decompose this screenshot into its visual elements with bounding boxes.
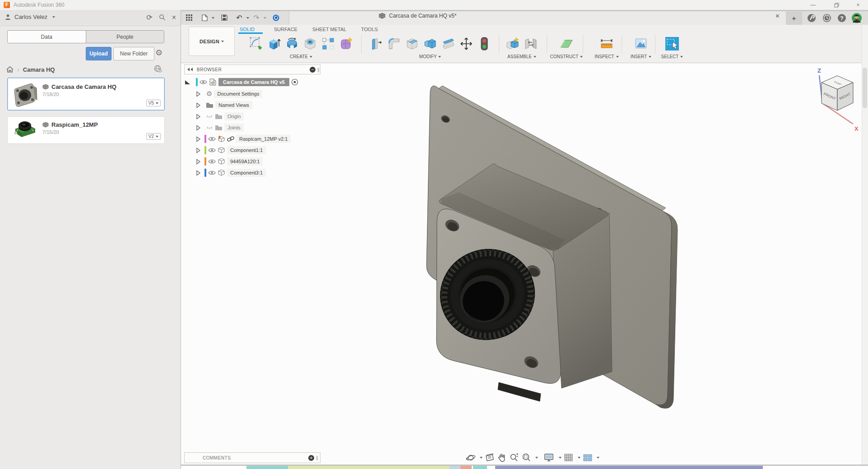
shell-icon[interactable] (403, 34, 421, 54)
file-icon[interactable] (200, 14, 209, 22)
recent-clock-icon[interactable] (822, 14, 831, 23)
display-dropdown-caret[interactable] (559, 457, 562, 459)
expand-arrow-icon[interactable] (195, 136, 201, 142)
pan-icon[interactable] (497, 453, 507, 463)
restore-button[interactable] (826, 0, 846, 10)
extrude-icon[interactable] (265, 34, 283, 54)
split-body-icon[interactable] (439, 34, 457, 54)
eye-icon[interactable] (208, 159, 216, 164)
avatar[interactable] (851, 13, 862, 23)
document-tab-close-icon[interactable]: ✕ (775, 13, 780, 19)
browser-root-row[interactable]: Carcasa de Camara HQ v5 (184, 77, 298, 87)
expand-arrow-icon[interactable] (195, 114, 201, 120)
upload-button[interactable]: Upload (86, 47, 111, 60)
activate-radio-icon[interactable] (291, 78, 298, 86)
eye-icon[interactable] (208, 170, 216, 175)
browser-header[interactable]: BROWSER − ∥ (184, 64, 320, 74)
group-label-inspect[interactable]: INSPECT (594, 54, 618, 59)
search-button[interactable] (159, 14, 166, 21)
eye-icon[interactable] (200, 79, 207, 85)
create-form-icon[interactable] (337, 34, 355, 54)
offset-plane-icon[interactable] (557, 34, 576, 54)
model-camera-housing[interactable] (181, 25, 868, 464)
save-icon[interactable] (220, 14, 229, 22)
tab-sheet-metal[interactable]: SHEET METAL (312, 27, 346, 32)
fit-dropdown-caret[interactable] (535, 457, 538, 459)
minimize-button[interactable]: — (803, 0, 823, 10)
apps-grid-icon[interactable] (185, 14, 194, 22)
joint-icon[interactable] (522, 34, 540, 54)
press-pull-icon[interactable] (367, 34, 385, 54)
panel-settings-gear-icon[interactable]: ⚙ (155, 49, 162, 57)
design-card-raspicam[interactable]: Raspicam_12MP 7/15/20 V2 (7, 116, 165, 144)
node-label[interactable]: Component1:1 (227, 146, 266, 154)
orbit-dropdown-caret[interactable] (480, 457, 483, 459)
new-document-tab[interactable]: + (786, 12, 802, 25)
eye-icon[interactable] (208, 136, 216, 142)
create-sketch-icon[interactable] (247, 34, 265, 54)
group-label-construct[interactable]: CONSTRUCT (550, 54, 583, 59)
eye-hidden-icon[interactable] (206, 125, 213, 130)
comments-drag-handle[interactable]: ∥ (316, 455, 319, 460)
revolve-icon[interactable] (283, 34, 301, 54)
tab-tools[interactable]: TOOLS (361, 27, 378, 32)
group-label-modify[interactable]: MODIFY (419, 54, 441, 59)
root-node-label[interactable]: Carcasa de Camara HQ v5 (218, 78, 289, 86)
redo-icon[interactable]: ↷ (252, 14, 261, 22)
move-copy-icon[interactable] (457, 34, 475, 54)
close-panel-button[interactable]: × (172, 14, 176, 22)
browser-row-origin[interactable]: Origin (195, 111, 244, 122)
scrollbar-thumb[interactable] (863, 68, 867, 108)
node-label[interactable]: Named Views (215, 101, 252, 109)
breadcrumb-folder[interactable]: Camara HQ (23, 66, 55, 73)
display-settings-icon[interactable] (544, 453, 555, 463)
workspace-selector[interactable]: DESIGN (189, 27, 235, 56)
user-menu[interactable]: Carlos Velez (5, 14, 55, 20)
node-label[interactable]: Raspicam_12MP v2:1 (236, 135, 291, 143)
node-label[interactable]: Component3:1 (227, 169, 266, 177)
expand-arrow-icon[interactable] (195, 125, 201, 131)
browser-row-named-views[interactable]: Named Views (195, 100, 252, 110)
new-component-icon[interactable] (504, 34, 522, 54)
eye-hidden-icon[interactable] (206, 114, 213, 119)
share-globe-icon[interactable] (153, 65, 162, 73)
undo-dropdown-caret[interactable] (246, 17, 249, 19)
tab-people[interactable]: People (86, 31, 164, 43)
version-badge[interactable]: V2 (146, 133, 161, 140)
close-button[interactable]: × (848, 0, 868, 10)
tab-solid[interactable]: SOLID (240, 27, 255, 32)
viewport-canvas[interactable] (181, 25, 868, 464)
look-at-icon[interactable] (485, 453, 495, 463)
help-icon[interactable]: ? (837, 14, 846, 23)
browser-row-component1[interactable]: Component1:1 (195, 145, 266, 156)
browser-row-raspicam[interactable]: Raspicam_12MP v2:1 (195, 133, 291, 144)
comments-bar[interactable]: COMMENTS + ∥ (184, 452, 320, 463)
viewports-icon[interactable] (583, 453, 593, 463)
browser-minimize-icon[interactable]: − (310, 67, 316, 73)
expand-arrow-icon[interactable] (195, 91, 201, 97)
tab-surface[interactable]: SURFACE (274, 27, 297, 32)
redo-dropdown-caret[interactable] (264, 17, 266, 19)
browser-drag-handle[interactable]: ∥ (317, 67, 320, 72)
node-label[interactable]: 94459A120:1 (227, 157, 263, 166)
node-label[interactable]: Joints (224, 124, 244, 132)
expand-arrow-icon[interactable] (195, 159, 201, 165)
select-icon[interactable] (663, 34, 681, 54)
zoom-icon[interactable] (509, 453, 519, 463)
new-folder-button[interactable]: New Folder (113, 47, 154, 60)
node-label[interactable]: Origin (224, 112, 244, 120)
browser-row-component3[interactable]: Component3:1 (195, 167, 266, 178)
comments-expand-icon[interactable]: + (308, 455, 314, 461)
pattern-icon[interactable] (319, 34, 337, 54)
expand-arrow-icon[interactable] (195, 170, 201, 176)
browser-row-joints[interactable]: Joints (195, 122, 244, 133)
expand-arrow-icon[interactable] (195, 147, 201, 153)
document-tab[interactable] (289, 11, 786, 25)
orbit-icon[interactable] (466, 453, 476, 463)
design-card-carcasa[interactable]: Carcasa de Camara HQ 7/18/20 V5 (7, 78, 165, 110)
job-status-icon[interactable] (807, 14, 816, 23)
version-badge[interactable]: V5 (146, 100, 161, 106)
browser-row-94459a120[interactable]: 94459A120:1 (195, 156, 263, 167)
measure-icon[interactable] (598, 34, 616, 54)
home-icon[interactable] (6, 66, 14, 73)
